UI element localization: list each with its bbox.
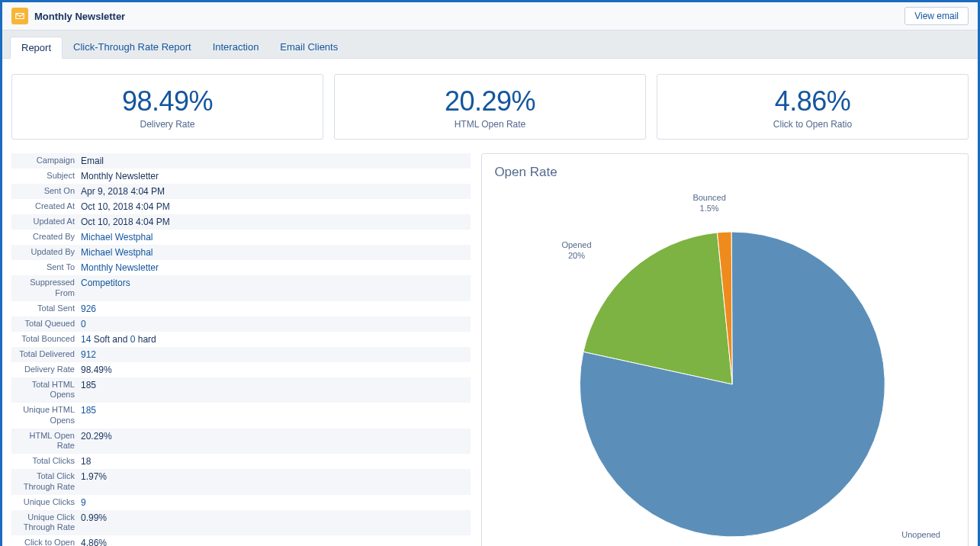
kpi-click-to-open-label: Click to Open Ratio (657, 119, 968, 130)
tabs: Report Click-Through Rate Report Interac… (2, 31, 978, 59)
tab-report[interactable]: Report (10, 37, 63, 59)
value-total-html-opens: 185 (81, 380, 466, 390)
kpi-delivery-rate: 98.49% Delivery Rate (11, 74, 323, 140)
email-icon (11, 8, 28, 24)
link-total-sent[interactable]: 926 (81, 304, 96, 314)
link-updated-by[interactable]: Michael Westphal (81, 247, 153, 258)
value-total-click-through-rate: 1.97% (81, 471, 466, 482)
label-total-queued: Total Queued (16, 319, 81, 329)
label-subject: Subject (16, 171, 81, 181)
tab-email-clients[interactable]: Email Clients (269, 37, 349, 58)
kpi-html-open-rate-value: 20.29% (335, 85, 645, 117)
value-click-to-open-ratio: 4.86% (81, 538, 466, 546)
label-total-sent: Total Sent (16, 304, 81, 314)
page-header: Monthly Newsletter View email (2, 2, 978, 31)
label-total-delivered: Total Delivered (16, 349, 81, 360)
link-total-delivered[interactable]: 912 (81, 349, 96, 360)
label-sent-on: Sent On (16, 186, 81, 197)
details-table: CampaignEmail SubjectMonthly Newsletter … (11, 153, 471, 546)
view-email-button[interactable]: View email (904, 7, 969, 25)
link-unique-html-opens[interactable]: 185 (81, 405, 96, 416)
pie-label-bounced: Bounced1.5% (692, 192, 725, 214)
label-total-click-through-rate: Total Click Through Rate (16, 471, 81, 493)
value-html-open-rate: 20.29% (81, 431, 466, 442)
link-created-by[interactable]: Michael Westphal (81, 232, 153, 242)
kpi-delivery-rate-value: 98.49% (12, 85, 323, 117)
label-total-clicks: Total Clicks (16, 456, 81, 467)
page-title: Monthly Newsletter (34, 11, 125, 22)
label-suppressed-from: Suppressed From (16, 278, 81, 299)
label-total-bounced: Total Bounced (16, 334, 81, 345)
value-delivery-rate: 98.49% (81, 365, 466, 375)
link-soft-bounces[interactable]: 14 (81, 334, 91, 345)
label-click-to-open-ratio: Click to Open Ratio (16, 538, 81, 546)
link-sent-to[interactable]: Monthly Newsletter (81, 262, 159, 273)
link-total-queued[interactable]: 0 (81, 319, 86, 329)
kpi-html-open-rate-label: HTML Open Rate (335, 119, 645, 130)
label-delivery-rate: Delivery Rate (16, 365, 81, 375)
value-total-clicks: 18 (81, 456, 466, 467)
label-unique-click-through-rate: Unique Click Through Rate (16, 512, 81, 534)
value-updated-at: Oct 10, 2018 4:04 PM (81, 217, 466, 227)
tab-interaction[interactable]: Interaction (202, 37, 270, 58)
label-unique-html-opens: Unique HTML Opens (16, 405, 81, 426)
pie-label-opened: Opened20% (561, 239, 591, 262)
label-total-html-opens: Total HTML Opens (16, 380, 81, 401)
kpi-row: 98.49% Delivery Rate 20.29% HTML Open Ra… (11, 74, 969, 140)
open-rate-chart-panel: Open Rate Bounced1.5% Opened20% Unopened (481, 153, 969, 546)
label-html-open-rate: HTML Open Rate (16, 431, 81, 452)
link-unique-clicks[interactable]: 9 (81, 497, 86, 508)
kpi-delivery-rate-label: Delivery Rate (12, 119, 323, 130)
pie-label-unopened: Unopened (901, 529, 940, 540)
value-campaign: Email (81, 156, 466, 166)
tab-click-through-rate-report[interactable]: Click-Through Rate Report (63, 37, 202, 58)
label-unique-clicks: Unique Clicks (16, 497, 81, 508)
label-updated-by: Updated By (16, 247, 81, 258)
kpi-html-open-rate: 20.29% HTML Open Rate (334, 74, 646, 140)
label-updated-at: Updated At (16, 217, 81, 227)
open-rate-pie-chart (494, 186, 956, 537)
chart-title: Open Rate (494, 165, 956, 180)
label-created-by: Created By (16, 232, 81, 242)
value-total-bounced: 14 Soft and 0 hard (81, 334, 466, 345)
link-suppressed-from[interactable]: Competitors (81, 278, 130, 288)
label-campaign: Campaign (16, 156, 81, 166)
kpi-click-to-open: 4.86% Click to Open Ratio (657, 74, 969, 140)
value-sent-on: Apr 9, 2018 4:04 PM (81, 186, 466, 197)
value-created-at: Oct 10, 2018 4:04 PM (81, 201, 466, 212)
value-unique-click-through-rate: 0.99% (81, 512, 466, 523)
label-sent-to: Sent To (16, 262, 81, 273)
value-subject: Monthly Newsletter (81, 171, 466, 181)
label-created-at: Created At (16, 201, 81, 212)
kpi-click-to-open-value: 4.86% (657, 85, 968, 117)
